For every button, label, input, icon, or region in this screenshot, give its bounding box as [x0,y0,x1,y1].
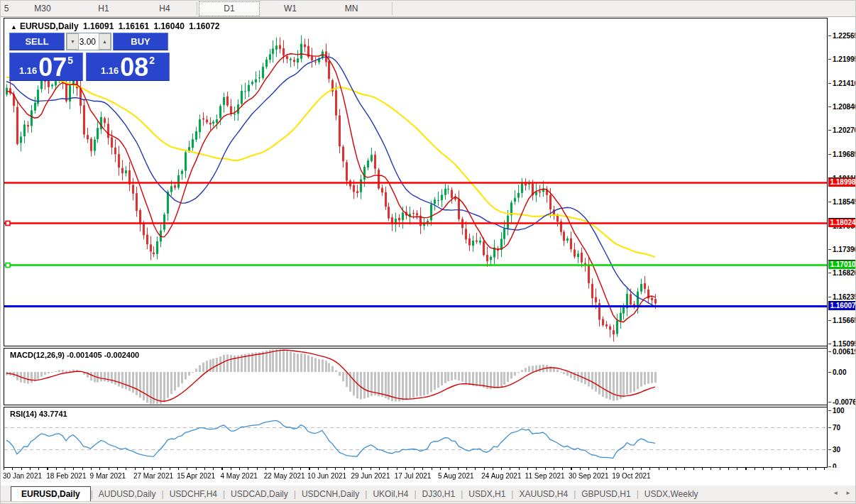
price-axis-label: 1.18545 [833,198,856,206]
date-label: 29 Jun 2021 [351,472,390,480]
hline-price-tag-1.18998[interactable]: 1.18998 [828,177,856,187]
symbol-marker-icon: ▲ [11,23,17,31]
rsi-axis-label: 70 [833,424,840,432]
timeframe-button-d1[interactable]: D1 [199,1,260,16]
timeframe-button-mn[interactable]: MN [321,1,382,16]
date-label: 19 Oct 2021 [612,472,650,480]
date-label: 27 Mar 2021 [133,472,173,480]
chart-tab-dj30-h1[interactable]: DJ30,H1 [417,487,461,501]
tab-scroll-left-icon[interactable]: ◄ [833,490,838,496]
date-label: 10 Jun 2021 [307,472,346,480]
price-axis-label: 1.20270 [833,126,856,134]
chart-title: ▲EURUSD,Daily 1.16091 1.16161 1.16040 1.… [11,21,222,31]
date-label: 24 Aug 2021 [481,472,521,480]
sell-price-display[interactable]: 1.16075 [9,53,83,81]
chart-tab-usdcad-daily[interactable]: USDCAD,Daily [225,487,294,501]
macd-indicator-pane: MACD(12,26,9) -0.001405 -0.002400 [4,348,827,405]
date-label: 9 Mar 2021 [90,472,126,480]
price-axis-label: 1.17390 [833,246,856,253]
price-axis-label: 1.21995 [833,55,856,63]
volume-decrease-button[interactable]: ▼ [67,33,79,50]
date-label: 15 Apr 2021 [177,472,215,480]
ohlc-close: 1.16072 [189,21,219,31]
main-chart-pane: ▲EURUSD,Daily 1.16091 1.16161 1.16040 1.… [4,18,827,346]
rsi-axis-label: 100 [833,407,845,415]
date-axis-ticks [4,468,827,470]
buy-price-display[interactable]: 1.16082 [86,53,170,81]
price-axis-label: 1.22565 [833,32,856,40]
ohlc-low: 1.16040 [153,21,184,31]
chart-tab-usdx-h1[interactable]: USDX,H1 [463,487,511,501]
volume-spinner: ▼ 3.00 ▲ [66,33,111,50]
timeframe-toolbar: 5M30H1H4D1W1MN [1,1,856,17]
timeframe-button-m30[interactable]: M30 [12,1,73,16]
chart-tab-eurusd-daily[interactable]: EURUSD,Daily [11,486,91,501]
price-axis: 1.225651.219951.214101.208401.202701.196… [827,18,856,468]
date-label: 17 Jul 2021 [395,472,432,480]
timeframe-button-w1[interactable]: W1 [260,1,321,16]
sell-button[interactable]: SELL [9,33,65,50]
rsi-label: RSI(14) 43.7741 [10,410,67,418]
rsi-axis-label: 30 [833,446,840,454]
rsi-canvas[interactable] [4,407,827,467]
toolbar-separator [197,2,197,15]
price-axis-label: 1.15665 [833,317,856,324]
chart-tab-usdx-weekly[interactable]: USDX,Weekly [639,487,704,501]
tab-scroll-arrows: ◄► [833,490,851,496]
chart-tab-audusd-daily[interactable]: AUDUSD,Daily [93,487,162,501]
chart-tab-xauusd-h4[interactable]: XAUUSD,H4 [513,487,574,501]
volume-value[interactable]: 3.00 [79,33,99,50]
tab-scroll-right-icon[interactable]: ► [845,490,851,496]
price-axis-label: 1.19685 [833,150,856,158]
macd-axis-label: 0.00 [833,368,846,376]
one-click-trading-panel: SELL ▼ 3.00 ▲ BUY 1.16075 1.16082 [9,33,170,81]
sell-price-sup: 5 [67,55,73,66]
price-axis-label: 1.21410 [833,80,856,87]
date-label: 30 Sep 2021 [569,472,609,480]
chart-tab-usdcnh-daily[interactable]: USDCNH,Daily [296,487,365,501]
date-label: 30 Jan 2021 [3,472,42,480]
hline-price-tag-1.16007[interactable]: 1.16007 [828,301,856,310]
macd-axis-label: 0.006193 [833,348,856,356]
buy-button[interactable]: BUY [113,33,168,50]
date-label: 22 May 2021 [264,472,305,480]
ohlc-open: 1.16091 [83,21,114,31]
sell-price-big: 07 [38,57,67,78]
buy-price-sup: 2 [149,55,155,66]
date-label: 18 Feb 2021 [46,472,86,480]
chart-tab-ukoil-h4[interactable]: UKOil,H4 [367,487,414,501]
date-label: 11 Sep 2021 [525,472,565,480]
buy-price-base: 1.16 [101,65,119,76]
chart-tab-usdchf-h4[interactable]: USDCHF,H4 [164,487,223,501]
chart-tab-bar: EURUSD,Daily|AUDUSD,Daily|USDCHF,H4|USDC… [1,485,856,501]
timeframe-button-5[interactable]: 5 [1,1,12,16]
ohlc-high: 1.16161 [119,21,149,31]
date-axis: 30 Jan 202118 Feb 20219 Mar 202127 Mar 2… [1,468,856,485]
toolbar-separator [392,2,393,15]
buy-price-big: 08 [120,57,148,78]
status-bar [1,501,856,504]
hline-price-tag-1.17010[interactable]: 1.17010 [828,260,856,269]
hline-price-tag-1.18024[interactable]: 1.18024 [828,218,856,227]
price-axis-label: 1.20840 [833,103,856,111]
rsi-indicator-pane: RSI(14) 43.7741 [4,407,827,468]
chart-symbol: EURUSD,Daily [20,21,79,31]
date-label: 5 Aug 2021 [438,472,474,480]
timeframe-button-h1[interactable]: H1 [73,1,134,16]
date-label: 4 May 2021 [221,472,258,480]
sell-price-base: 1.16 [19,65,37,76]
price-axis-label: 1.15095 [833,340,856,348]
macd-axis-label: -0.00762 [833,398,856,406]
timeframe-button-h4[interactable]: H4 [134,1,195,16]
price-axis-label: 1.16235 [833,293,856,301]
price-axis-label: 1.16820 [833,269,856,277]
chart-tab-gbpusd-h1[interactable]: GBPUSD,H1 [576,487,636,501]
mt4-trading-window: 5M30H1H4D1W1MN ▲EURUSD,Daily 1.16091 1.1… [0,0,856,504]
volume-increase-button[interactable]: ▲ [99,33,111,50]
macd-label: MACD(12,26,9) -0.001405 -0.002400 [10,351,139,359]
